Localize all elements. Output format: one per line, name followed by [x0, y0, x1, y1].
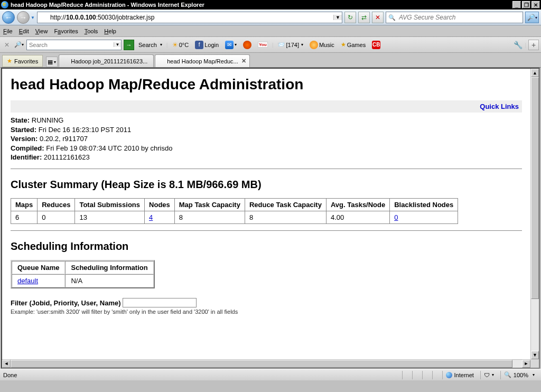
toolbar-search-label[interactable]: Search▾	[136, 42, 164, 48]
weather-button[interactable]: ☀0°C	[170, 41, 191, 49]
table-header-row: Maps Reduces Total Submissions Nodes Map…	[11, 198, 458, 211]
games-button[interactable]: ★Games	[339, 41, 368, 48]
toolbar-search-icon[interactable]: 🔎▾	[14, 40, 24, 50]
col-map-capacity: Map Task Capacity	[174, 198, 245, 211]
nodes-link[interactable]: 4	[149, 213, 153, 221]
scroll-thumb[interactable]	[531, 77, 539, 299]
toolbar-close-icon[interactable]: ✕	[2, 41, 12, 49]
cluster-summary-heading: Cluster Summary (Heap Size is 8.1 MB/966…	[11, 179, 522, 191]
compiled-label: Compiled:	[11, 144, 44, 152]
mail-button[interactable]: ✉▾	[223, 41, 239, 49]
table-header-row: Queue Name Scheduling Information	[12, 261, 154, 274]
queue-link[interactable]: default	[17, 277, 38, 285]
table-row: 6 0 13 4 8 8 4.00 0	[11, 211, 458, 223]
mail-icon: ✉	[225, 41, 234, 49]
music-button[interactable]: Music	[307, 41, 337, 49]
ie-icon	[1, 1, 8, 8]
search-go-button[interactable]: 🔎▾	[525, 12, 539, 23]
cb-button[interactable]: CB	[370, 41, 383, 49]
minimize-button[interactable]: _	[512, 1, 521, 8]
version-value: 0.20.2, r911707	[40, 135, 88, 143]
toolbar-search-go-button[interactable]: →	[124, 40, 134, 50]
scroll-corner	[530, 359, 539, 368]
menu-tools[interactable]: Tools	[85, 28, 98, 34]
separator	[11, 169, 522, 169]
status-cell	[432, 371, 439, 379]
cell-queue: default	[12, 274, 65, 287]
menu-help[interactable]: Help	[104, 28, 116, 34]
orb-icon	[243, 41, 251, 49]
menu-view[interactable]: View	[35, 28, 48, 34]
address-input[interactable]	[154, 14, 333, 21]
cell-total: 13	[75, 211, 145, 223]
menu-edit[interactable]: Edit	[19, 28, 29, 34]
browser-search-box[interactable]: 🔍	[386, 12, 523, 23]
horizontal-scrollbar[interactable]: ◄ ►	[2, 359, 530, 368]
page-heading: head Hadoop Map/Reduce Administration	[11, 76, 522, 93]
table-row: default N/A	[12, 274, 154, 287]
refresh-button[interactable]: ↻	[344, 12, 356, 23]
scroll-left-icon[interactable]: ◄	[2, 360, 11, 368]
toolbar-search-dropdown-icon[interactable]: ▼	[114, 42, 121, 47]
tab-favicon-icon	[158, 58, 165, 64]
zoom-cell[interactable]: 🔍100%▾	[500, 371, 538, 379]
blacklisted-link[interactable]: 0	[394, 213, 398, 221]
add-button[interactable]: +	[528, 40, 539, 50]
scheduling-table: Queue Name Scheduling Information defaul…	[11, 260, 155, 288]
scroll-down-icon[interactable]: ▼	[531, 351, 539, 359]
page-favicon-icon	[40, 13, 48, 22]
youtube-button[interactable]: You	[256, 42, 270, 48]
restore-button[interactable]: ❐	[522, 1, 530, 8]
extra1-button[interactable]	[241, 41, 254, 49]
star-icon: ★	[341, 41, 346, 48]
tab-hadoop-admin[interactable]: head Hadoop Map/Reduc... ✕	[155, 54, 250, 67]
hscroll-thumb[interactable]	[11, 360, 512, 368]
col-maps: Maps	[11, 198, 38, 211]
protected-mode-cell[interactable]: 🛡▾	[480, 371, 497, 379]
compat-button[interactable]: ⇄	[358, 12, 370, 23]
browser-search-input[interactable]	[398, 13, 520, 22]
address-bar[interactable]: http://10.0.0.100:50030/jobtracker.jsp ▼	[37, 12, 342, 23]
col-total-submissions: Total Submissions	[75, 198, 145, 211]
facebook-login-button[interactable]: fLogin	[193, 41, 221, 49]
tab-label: Hadoop job_201112161623...	[71, 58, 147, 64]
col-sched-info: Scheduling Information	[65, 261, 153, 274]
filter-example: Example: 'user:smith 3200' will filter b…	[11, 309, 522, 315]
zone-cell[interactable]: Internet	[442, 371, 477, 379]
tab-close-icon[interactable]: ✕	[241, 58, 246, 64]
address-dropdown-icon[interactable]: ▼	[333, 15, 342, 20]
col-avg-tasks: Avg. Tasks/Node	[326, 198, 389, 211]
mail-count-button[interactable]: 📨[174]▾	[275, 41, 305, 48]
menu-file[interactable]: File	[3, 28, 13, 34]
nav-history-dropdown-icon[interactable]: ▼	[31, 15, 35, 20]
cell-maps: 6	[11, 211, 38, 223]
toolbar-search-box[interactable]: ▼	[26, 40, 122, 50]
zone-label: Internet	[454, 372, 474, 378]
zoom-icon: 🔍	[504, 371, 511, 378]
menu-favorites[interactable]: Favorites	[54, 28, 78, 34]
url-protocol: http://	[50, 14, 66, 21]
forward-button[interactable]: →	[17, 11, 30, 24]
status-text: Done	[3, 372, 17, 378]
scroll-up-icon[interactable]: ▲	[531, 69, 539, 77]
url-host: 10.0.0.100	[66, 14, 96, 21]
filter-label: Filter (Jobid, Priority, User, Name)	[11, 298, 121, 306]
content-viewport: head Hadoop Map/Reduce Administration Qu…	[1, 68, 540, 369]
started-value: Fri Dec 16 16:23:10 PST 2011	[39, 126, 131, 134]
toolbar-search-input[interactable]	[27, 42, 114, 48]
back-button[interactable]: ←	[2, 11, 15, 24]
quick-links-link[interactable]: Quick Links	[480, 102, 519, 110]
status-cell	[412, 371, 419, 379]
scroll-right-icon[interactable]: ►	[522, 360, 530, 368]
url-path: :50030/jobtracker.jsp	[96, 14, 155, 21]
favorites-label: Favorites	[14, 58, 38, 64]
close-window-button[interactable]: ✕	[531, 1, 540, 8]
vertical-scrollbar[interactable]: ▲ ▼	[530, 69, 539, 359]
stop-button[interactable]: ✕	[372, 12, 384, 23]
favorites-button[interactable]: ★ Favorites	[2, 55, 43, 67]
tab-hadoop-job[interactable]: Hadoop job_201112161623...	[59, 54, 154, 67]
settings-icon[interactable]: 🔧	[514, 41, 523, 49]
facebook-icon: f	[195, 41, 203, 49]
quick-tabs-button[interactable]: ▦▾	[46, 57, 58, 67]
filter-input[interactable]	[123, 298, 197, 307]
